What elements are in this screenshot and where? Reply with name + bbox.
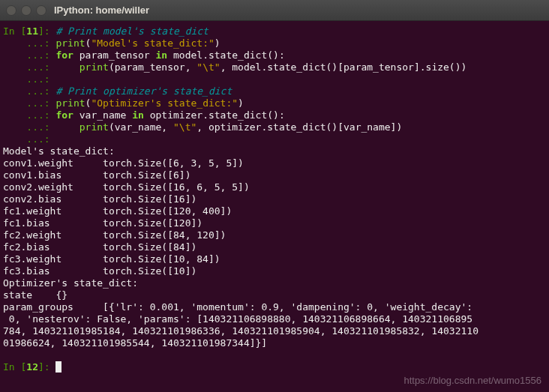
code-keyword: in [156, 49, 168, 61]
prompt-cont: ...: [3, 49, 56, 61]
close-icon[interactable] [6, 5, 16, 16]
prompt-cont: ...: [3, 73, 56, 85]
output-line: conv1.bias torch.Size([6]) [3, 169, 190, 181]
code-comment: # Print model's state_dict [56, 25, 208, 37]
code-text: (param_tensor, [109, 61, 196, 73]
code-comment: # Print optimizer's state_dict [56, 85, 232, 97]
code-builtin: print [56, 121, 108, 133]
code-text: model.state_dict(): [167, 49, 285, 61]
output-line: fc2.bias torch.Size([84]) [3, 241, 196, 253]
prompt-close: ]: [38, 25, 56, 37]
code-builtin: print [56, 37, 85, 49]
prompt-cont: ...: [3, 121, 56, 133]
code-text: , model.state_dict()[param_tensor].size(… [220, 61, 467, 73]
output-line: conv2.weight torch.Size([16, 6, 5, 5]) [3, 181, 250, 193]
code-keyword: for [56, 49, 73, 61]
code-keyword: in [132, 109, 144, 121]
output-line: param_groups [{'lr': 0.001, 'momentum': … [3, 301, 472, 313]
code-string: "Optimizer's state_dict:" [91, 97, 238, 109]
prompt-cont: ...: [3, 61, 56, 73]
terminal-content[interactable]: In [11]: # Print model's state_dict ...:… [0, 21, 549, 376]
prompt-in: In [ [3, 25, 26, 37]
output-line: conv2.bias torch.Size([16]) [3, 193, 196, 205]
output-line: Model's state_dict: [3, 145, 115, 157]
output-line: fc3.bias torch.Size([10]) [3, 265, 196, 277]
prompt-cont: ...: [3, 85, 56, 97]
output-line: conv1.weight torch.Size([6, 3, 5, 5]) [3, 157, 244, 169]
output-line: 01986624, 140321101985544, 1403211019873… [3, 337, 267, 349]
window-controls [6, 5, 46, 16]
code-text: (var_name, [109, 121, 173, 133]
maximize-icon[interactable] [36, 5, 46, 16]
code-text: , optimizer.state_dict()[var_name]) [196, 121, 402, 133]
window-titlebar: IPython: home/willer [0, 0, 549, 21]
code-text: ) [238, 97, 244, 109]
prompt-cont: ...: [3, 109, 56, 121]
code-text: ) [214, 37, 220, 49]
window-title: IPython: home/willer [54, 4, 149, 16]
code-text: var_name [74, 109, 132, 121]
output-line: fc3.weight torch.Size([10, 84]) [3, 253, 220, 265]
code-string: "Model's state_dict:" [91, 37, 214, 49]
minimize-icon[interactable] [21, 5, 32, 16]
output-line: fc1.bias torch.Size([120]) [3, 217, 202, 229]
code-text: optimizer.state_dict(): [144, 109, 285, 121]
output-line: fc2.weight torch.Size([84, 120]) [3, 229, 226, 241]
output-line: state {} [3, 289, 68, 301]
code-text: param_tensor [74, 49, 156, 61]
code-builtin: print [56, 61, 108, 73]
output-line: 784, 140321101985184, 140321101986336, 1… [3, 325, 478, 337]
watermark-text: https://blog.csdn.net/wumo1556 [404, 375, 542, 386]
output-line: 0, 'nesterov': False, 'params': [1403211… [3, 313, 472, 325]
prompt-in: In [ [3, 361, 26, 373]
prompt-cont: ...: [3, 133, 56, 145]
code-builtin: print [56, 97, 85, 109]
code-keyword: for [56, 109, 73, 121]
cursor-icon [56, 361, 62, 373]
output-line: fc1.weight torch.Size([120, 400]) [3, 205, 232, 217]
prompt-cont: ...: [3, 97, 56, 109]
prompt-num: 11 [26, 25, 38, 37]
prompt-close: ]: [38, 361, 56, 373]
output-line: Optimizer's state_dict: [3, 277, 138, 289]
prompt-cont: ...: [3, 37, 56, 49]
code-string: "\t" [173, 121, 196, 133]
code-string: "\t" [196, 61, 220, 73]
prompt-num: 12 [26, 361, 38, 373]
